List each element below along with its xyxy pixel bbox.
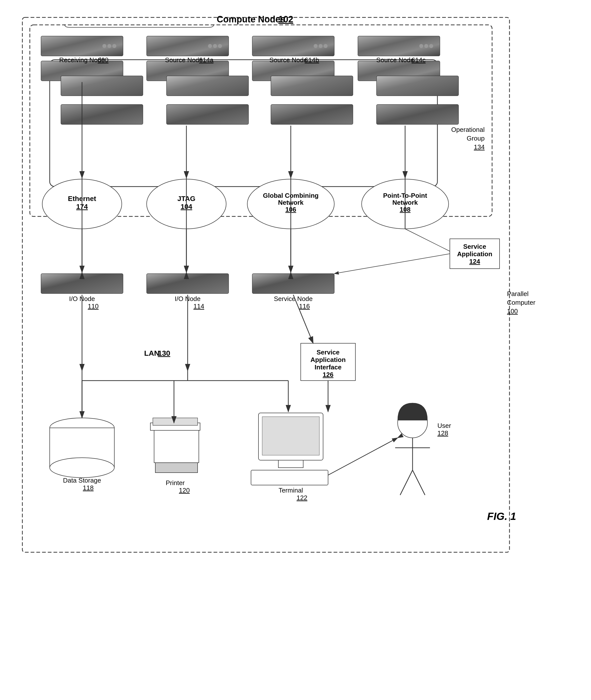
- svg-text:122: 122: [297, 494, 307, 502]
- svg-text:Network: Network: [392, 199, 418, 206]
- svg-text:Source Node: Source Node: [165, 56, 203, 64]
- svg-text:116: 116: [299, 302, 310, 310]
- svg-rect-112: [262, 417, 319, 455]
- svg-rect-82: [147, 274, 228, 294]
- svg-rect-49: [61, 105, 143, 124]
- svg-rect-32: [358, 61, 440, 81]
- svg-text:JTAG: JTAG: [178, 195, 196, 202]
- svg-rect-1: [30, 25, 492, 217]
- svg-point-19: [314, 44, 318, 48]
- svg-rect-43: [167, 76, 249, 96]
- svg-rect-46: [271, 76, 353, 96]
- svg-rect-50: [61, 105, 143, 124]
- svg-rect-45: [271, 76, 353, 96]
- svg-text:128: 128: [438, 429, 448, 437]
- svg-text:130: 130: [158, 349, 170, 357]
- svg-point-12: [218, 44, 222, 48]
- svg-rect-31: [358, 61, 440, 81]
- svg-text:134: 134: [474, 143, 485, 151]
- svg-text:Service: Service: [317, 349, 340, 356]
- svg-text:Terminal: Terminal: [279, 486, 303, 494]
- svg-point-117: [398, 408, 428, 438]
- svg-rect-20: [358, 36, 440, 56]
- svg-line-139: [293, 295, 313, 343]
- svg-rect-42: [61, 76, 143, 96]
- svg-text:614b: 614b: [305, 56, 319, 64]
- svg-rect-54: [271, 105, 353, 124]
- svg-rect-4: [50, 60, 438, 187]
- svg-text:Data Storage: Data Storage: [63, 477, 101, 484]
- svg-text:Ethernet: Ethernet: [68, 195, 96, 202]
- svg-rect-53: [271, 105, 353, 124]
- svg-text:Network: Network: [278, 199, 304, 206]
- svg-point-9: [103, 44, 106, 48]
- svg-text:Application: Application: [457, 250, 492, 258]
- svg-rect-47: [377, 76, 459, 96]
- svg-text:102: 102: [278, 14, 293, 24]
- svg-text:114: 114: [193, 302, 204, 310]
- svg-rect-21: [358, 36, 440, 56]
- svg-rect-51: [167, 105, 249, 124]
- svg-text:Service Node: Service Node: [274, 295, 313, 302]
- svg-rect-114: [251, 470, 328, 485]
- svg-point-17: [324, 44, 328, 48]
- svg-point-14: [208, 44, 212, 48]
- svg-text:LAN: LAN: [144, 349, 159, 357]
- svg-text:126: 126: [323, 371, 333, 378]
- svg-rect-105: [154, 428, 199, 463]
- svg-rect-30: [252, 61, 334, 81]
- svg-text:Interface: Interface: [315, 363, 341, 371]
- svg-text:Receiving Node: Receiving Node: [59, 56, 105, 64]
- svg-text:100: 100: [507, 307, 518, 315]
- svg-rect-52: [167, 105, 249, 124]
- svg-rect-83: [147, 274, 228, 294]
- svg-rect-113: [278, 460, 303, 468]
- svg-point-24: [419, 44, 423, 48]
- svg-text:Service: Service: [463, 243, 486, 250]
- svg-point-23: [424, 44, 428, 48]
- svg-point-8: [107, 44, 111, 48]
- svg-text:FIG. 1: FIG. 1: [487, 511, 516, 522]
- svg-rect-16: [252, 36, 334, 56]
- svg-text:110: 110: [88, 302, 98, 310]
- svg-line-135: [405, 229, 450, 251]
- svg-line-148: [328, 438, 398, 475]
- svg-text:Source Node: Source Node: [269, 56, 307, 64]
- svg-text:Computer: Computer: [507, 299, 535, 306]
- svg-rect-11: [147, 36, 228, 56]
- svg-rect-6: [41, 36, 123, 56]
- svg-point-102: [50, 458, 114, 478]
- svg-rect-44: [167, 76, 249, 96]
- svg-point-18: [319, 44, 323, 48]
- svg-point-66: [247, 179, 334, 229]
- svg-rect-55: [377, 105, 459, 124]
- svg-rect-86: [252, 274, 334, 294]
- svg-text:I/O Node: I/O Node: [69, 295, 95, 302]
- svg-rect-0: [22, 17, 510, 552]
- svg-line-147: [328, 438, 398, 475]
- svg-line-136: [334, 254, 450, 274]
- svg-rect-107: [153, 418, 198, 425]
- svg-text:Point-To-Point: Point-To-Point: [383, 192, 427, 199]
- svg-rect-29: [252, 61, 334, 81]
- svg-point-100: [50, 418, 114, 438]
- svg-rect-111: [258, 413, 323, 460]
- svg-text:108: 108: [400, 206, 410, 213]
- svg-text:Application: Application: [311, 356, 346, 363]
- svg-rect-78: [41, 274, 123, 294]
- svg-rect-93: [301, 343, 355, 381]
- svg-rect-5: [41, 36, 123, 56]
- svg-point-63: [147, 179, 226, 229]
- svg-rect-48: [377, 76, 459, 96]
- svg-text:Global Combining: Global Combining: [263, 192, 319, 199]
- svg-rect-28: [147, 61, 228, 81]
- svg-point-22: [429, 44, 433, 48]
- svg-rect-87: [252, 274, 334, 294]
- svg-text:600: 600: [98, 56, 108, 64]
- svg-rect-25: [41, 61, 123, 81]
- svg-rect-74: [450, 239, 500, 269]
- svg-point-60: [42, 179, 122, 229]
- svg-point-13: [213, 44, 217, 48]
- svg-point-7: [112, 44, 116, 48]
- svg-rect-26: [41, 61, 123, 81]
